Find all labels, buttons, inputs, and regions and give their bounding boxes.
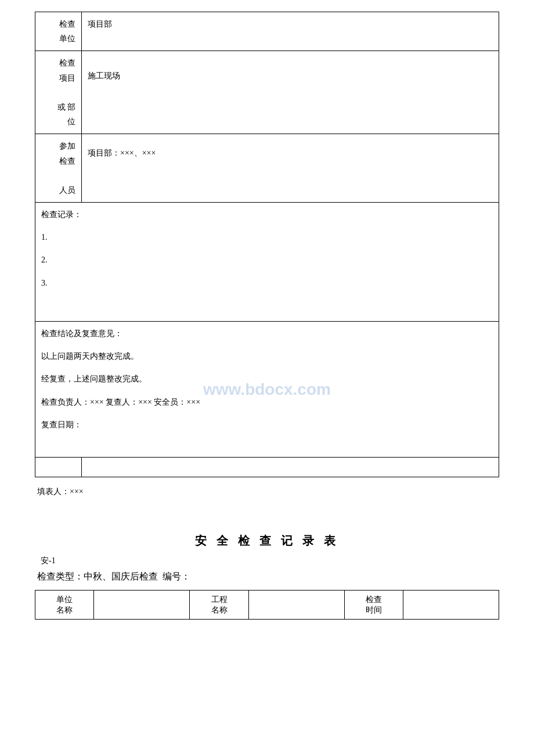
label-check-unit: 检查单位 <box>35 12 82 51</box>
main-table: 检查单位 项目部 检查项目或 部位 施工现场 参加检查人员 项目部：×××、××… <box>35 12 499 477</box>
conclusion-line2: 经复查，上述问题整改完成。 <box>41 372 493 386</box>
bottom-table-row: 单位名称 工程名称 检查时间 <box>35 591 499 620</box>
value-check-unit: 项目部 <box>82 12 499 51</box>
form-number: 安-1 <box>35 556 499 566</box>
table-row-participants: 参加检查人员 项目部：×××、××× <box>35 134 499 203</box>
conclusion-spacer <box>41 438 493 452</box>
conclusion-line1: 以上问题两天内整改完成。 <box>41 349 493 363</box>
check-type-line: 检查类型：中秋、国庆后检查 编号： <box>35 571 499 583</box>
table-footer-row <box>35 458 499 477</box>
check-type-value: 中秋、国庆后检查 <box>84 571 158 581</box>
conclusion-title: 检查结论及复查意见： <box>41 326 493 341</box>
check-record-text: 检查记录： <box>41 207 493 222</box>
bottom-col-project-value <box>248 591 344 620</box>
label-check-location: 检查项目或 部位 <box>35 51 82 134</box>
value-check-location: 施工现场 <box>82 51 499 134</box>
record-item-2: 2. <box>41 253 493 267</box>
bottom-table: 单位名称 工程名称 检查时间 <box>35 590 499 620</box>
table-row-check-unit: 检查单位 项目部 <box>35 12 499 51</box>
bottom-col-project-label: 工程名称 <box>190 591 248 620</box>
bottom-col-time-label: 检查时间 <box>344 591 403 620</box>
page-container: 检查单位 项目部 检查项目或 部位 施工现场 参加检查人员 项目部：×××、××… <box>35 12 499 620</box>
section-divider <box>35 514 499 524</box>
conclusion-persons: 检查负责人：××× 复查人：××× 安全员：××× <box>41 395 493 409</box>
table-row-check-location: 检查项目或 部位 施工现场 <box>35 51 499 134</box>
number-label: 编号： <box>163 571 190 581</box>
bottom-col-unit-label: 单位名称 <box>35 591 94 620</box>
bottom-col-unit-value <box>94 591 190 620</box>
footer-cell-1 <box>35 458 82 477</box>
record-item-3: 3. <box>41 276 493 290</box>
conclusion-content: www.bdocx.com 检查结论及复查意见： 以上问题两天内整改完成。 经复… <box>35 322 499 458</box>
record-spacer <box>41 302 493 316</box>
table-row-conclusion: www.bdocx.com 检查结论及复查意见： 以上问题两天内整改完成。 经复… <box>35 322 499 458</box>
bottom-col-time-value <box>403 591 499 620</box>
table-row-check-record: 检查记录： 1. 2. 3. <box>35 203 499 322</box>
record-item-1: 1. <box>41 230 493 244</box>
re-check-date: 复查日期： <box>41 417 493 432</box>
fill-person: 填表人：××× <box>35 487 499 497</box>
label-participants: 参加检查人员 <box>35 134 82 203</box>
check-record-content: 检查记录： 1. 2. 3. <box>35 203 499 322</box>
check-type-label: 检查类型： <box>37 571 84 581</box>
second-section-title: 安 全 检 查 记 录 表 <box>35 533 499 549</box>
footer-cell-2 <box>82 458 499 477</box>
value-participants: 项目部：×××、××× <box>82 134 499 203</box>
